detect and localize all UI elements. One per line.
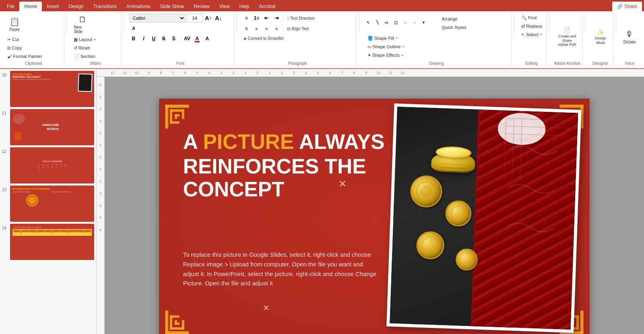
shape-right-arrow-button[interactable]: → [410,18,419,27]
tab-slideshow[interactable]: Slide Show [155,2,189,11]
reset-button[interactable]: ↺ Reset [72,44,98,52]
italic-button[interactable]: I [139,34,148,43]
copy-button[interactable]: ⧉ Copy [6,44,44,52]
shape-fill-button[interactable]: 🪣 Shape Fill ~ [366,34,406,42]
tab-home[interactable]: Home [19,2,42,11]
convert-smartart-button[interactable]: ◈ Convert to SmartArt [242,34,285,42]
tab-insert[interactable]: Insert [42,2,64,11]
tab-view[interactable]: View [215,2,235,11]
align-left-button[interactable]: ≡ [242,24,251,33]
arrange-button[interactable]: Arrange [440,15,468,23]
copy-icon: ⧉ [7,45,10,51]
tab-design[interactable]: Design [64,2,88,11]
adobe-pdf-icon: 📄 [564,27,570,33]
slide-item-12[interactable]: 12 THIS IS A CALENDAR 25 26 27 28 29 30 … [2,147,94,183]
section-button[interactable]: 📄 Section [72,52,98,60]
dictate-icon: 🎙 [625,30,634,39]
layout-button[interactable]: ▦ Layout ~ [72,35,98,43]
shape-more-button[interactable]: ▾ [419,18,428,27]
align-text-button[interactable]: ⊟ Align Text [285,25,310,33]
shape-arrow-button[interactable]: ↖ [364,18,373,27]
ribbon: File Home Insert Design Transitions Anim… [0,0,644,69]
group-clipboard: 📋 Paste ✂ Cut ⧉ Copy 🖌 Format Painter Cl… [3,13,64,66]
voice-label: Voice [625,60,634,66]
cut-button[interactable]: ✂ Cut [6,35,44,43]
tab-acrobat[interactable]: Acrobat [254,2,280,11]
layout-icon: ▦ [74,37,78,42]
tab-file[interactable]: File [2,2,19,11]
slide-item-13[interactable]: 13 INFOGRAPHIC HAVE 10 OF RED UNDERSTAND… [2,186,94,222]
shape-circle-button[interactable]: ○ [401,18,410,27]
slide-thumb-13[interactable]: INFOGRAPHIC HAVE 10 OF RED UNDERSTANDS..… [10,186,94,222]
slide-main-title-line2: REINFORCES THE CONCEPT [183,155,394,201]
align-right-button[interactable]: ≡ [262,24,271,33]
tab-review[interactable]: Review [189,2,214,11]
text-direction-button[interactable]: ↕ Text Direction [285,14,316,22]
slide-body-text[interactable]: To replace this picture in Google Slides… [183,250,378,288]
paste-button[interactable]: 📋 Paste [6,14,23,35]
select-button[interactable]: ↖ Select ~ [520,31,544,39]
font-size-input[interactable] [187,14,203,23]
find-button[interactable]: 🔍 Find [520,14,538,22]
svg-rect-25 [580,311,584,334]
format-painter-button[interactable]: 🖌 Format Painter [6,52,44,60]
strikethrough-button[interactable]: S [159,34,168,43]
highlight-button[interactable]: A [203,34,212,43]
shape-rounded-button[interactable]: ▢ [392,18,400,27]
increase-font-button[interactable]: A↑ [204,14,213,23]
underline-button[interactable]: U [149,34,158,43]
bullets-button[interactable]: ≡ [242,14,251,23]
slide-image-inner [390,107,578,330]
editing-label: Editing [526,60,538,66]
dictate-button[interactable]: 🎙 Dictate [621,27,638,47]
slide-image[interactable] [386,103,581,333]
svg-rect-1 [165,105,168,128]
tab-animations[interactable]: Animations [122,2,155,11]
decrease-indent-button[interactable]: ⇤ [262,14,271,23]
tab-share[interactable]: 🔗 Share [612,2,642,11]
new-slide-button[interactable]: 🗋 New Slide [72,14,93,35]
numbered-list-button[interactable]: 1≡ [252,14,261,23]
font-color-button[interactable]: A [193,34,202,43]
svg-rect-8 [559,105,583,108]
convert-smartart-icon: ◈ [244,36,247,41]
slide-thumb-14[interactable]: ...AND THE SAME GOES FOR TABLES TYPE A B… [10,224,94,260]
bold-button[interactable]: B [129,34,138,43]
svg-rect-0 [165,105,189,108]
shape-rect-button[interactable]: ▭ [382,18,391,27]
tab-transitions[interactable]: Transitions [89,2,122,11]
quick-styles-button[interactable]: Quick Styles [440,23,468,31]
slide-item-10[interactable]: 10 A PICTURE ALWAYS REINFORCES THE CONCE… [2,71,94,107]
slide-number-10: 10 [2,73,10,77]
slide-item-11[interactable]: 11 AWESOME WORDS [2,109,94,145]
slide-main[interactable]: ✕ ✕ A PICTURE ALWAYS REINFORCES THE CONC… [159,99,589,334]
shape-line-button[interactable]: ╲ [373,18,382,27]
para-row2: ≡ ≡ ≡ ≡ ⊟ Align Text ◈ Convert to SmartA… [242,24,353,42]
text-shadow-button[interactable]: S [169,34,178,43]
clear-format-button[interactable]: 𝐴 [129,24,138,33]
text-spacing-button[interactable]: AV [183,34,192,43]
shape-outline-button[interactable]: ▭ Shape Outline ~ [366,43,406,51]
align-center-button[interactable]: ≡ [252,24,261,33]
slide-thumb-12[interactable]: THIS IS A CALENDAR 25 26 27 28 29 30 31 … [10,147,94,183]
shape-effects-button[interactable]: ✦ Shape Effects ~ [366,51,406,59]
slide-thumb-11[interactable]: AWESOME WORDS [10,109,94,145]
sep-para2 [283,25,283,33]
design-ideas-button[interactable]: ✨ Design Ideas [590,27,611,47]
slide-item-14[interactable]: 14 ...AND THE SAME GOES FOR TABLES TYPE … [2,224,94,260]
format-painter-icon: 🖌 [7,54,12,59]
increase-indent-button[interactable]: ⇥ [272,14,281,23]
slides-label: Slides [90,60,101,66]
justify-button[interactable]: ≡ [272,24,281,33]
slide-panel[interactable]: 10 A PICTURE ALWAYS REINFORCES THE CONCE… [0,69,97,334]
slide-canvas[interactable]: ✕ ✕ A PICTURE ALWAYS REINFORCES THE CONC… [105,77,644,334]
create-pdf-button[interactable]: 📄 Create and Share Adobe PDF [555,27,579,47]
font-family-select[interactable]: Calibri [129,14,186,23]
slide-title-area[interactable]: A PICTURE ALWAYS REINFORCES THE CONCEPT [183,130,394,201]
svg-rect-5 [175,114,177,119]
slide-thumb-10[interactable]: A PICTURE ALWAYS REINFORCES THE CONCEPT … [10,71,94,107]
tab-help[interactable]: Help [235,2,254,11]
decrease-font-button[interactable]: A↓ [214,14,223,23]
replace-button[interactable]: ⇄ Replace [520,22,544,30]
group-designer: ✨ Design Ideas Designer [588,13,613,66]
